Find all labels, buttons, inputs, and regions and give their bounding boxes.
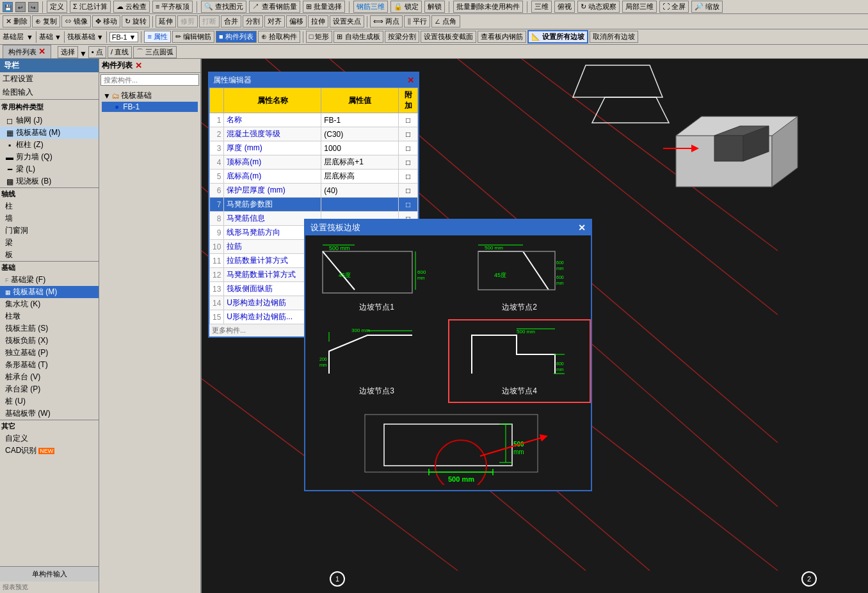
nav-beam[interactable]: ━梁 (L) xyxy=(0,163,99,175)
properties-close[interactable]: ✕ xyxy=(407,75,414,85)
btn-zoom[interactable]: 🔎 缩放 xyxy=(691,1,723,13)
nav-wall[interactable]: 墙 xyxy=(0,212,99,225)
tree-node-fb1[interactable]: ● FB-1 xyxy=(102,102,198,112)
btn-rotate[interactable]: ↻ 旋转 xyxy=(122,15,150,28)
toolbar-icon-undo[interactable]: ↩ xyxy=(15,2,26,12)
btn-calc[interactable]: Σ 汇总计算 xyxy=(70,1,111,13)
nav-pedestal[interactable]: 柱墩 xyxy=(0,310,99,322)
slope-grid: 500 mm 600 mm 45度 边坡节点1 xyxy=(305,235,591,403)
nav-col2[interactable]: 柱 xyxy=(0,200,99,212)
btn-move[interactable]: ✥ 移动 xyxy=(92,15,120,28)
toolbar-select-btn[interactable]: 选择 xyxy=(58,46,78,58)
3d-box-svg xyxy=(657,84,836,212)
tree-root[interactable]: ▼ 🗂 筏板基础 xyxy=(102,90,198,102)
nav-castslab[interactable]: ▩现浇板 (B) xyxy=(0,175,99,187)
nav-item-settings[interactable]: 工程设置 xyxy=(0,72,99,86)
slope-node-2[interactable]: 500 mm 600 mm 600 mm 45度 边坡节点2 xyxy=(448,235,591,319)
slope-node-1[interactable]: 500 mm 600 mm 45度 边坡节点1 xyxy=(305,235,448,319)
btn-rect[interactable]: □ 矩形 xyxy=(306,31,333,43)
nav-pit[interactable]: 集水坑 (K) xyxy=(0,298,99,310)
nav-slab-main-rebar[interactable]: 筏板主筋 (S) xyxy=(0,322,99,335)
btn-by-beam[interactable]: 按梁分割 xyxy=(385,31,419,43)
id-dropdown[interactable]: FB-1 ▼ xyxy=(109,32,139,42)
btn-define[interactable]: 定义 xyxy=(47,1,67,13)
btn-view-rebar[interactable]: ↗ 查看钢筋量 xyxy=(249,1,300,13)
nav-slab-neg-rebar[interactable]: 筏板负筋 (X) xyxy=(0,335,99,347)
btn-delete[interactable]: ✕ 删除 xyxy=(3,15,31,28)
btn-cancel-slope[interactable]: 取消所有边坡 xyxy=(590,31,638,43)
dialog-close-btn[interactable]: ✕ xyxy=(578,223,586,233)
btn-set-section[interactable]: 设置筏板变截面 xyxy=(421,31,476,43)
btn-offset[interactable]: 偏移 xyxy=(286,15,307,28)
btn-local-3d[interactable]: 局部三维 xyxy=(622,1,657,13)
nav-iso-found[interactable]: 独立基础 (P) xyxy=(0,347,99,359)
tab-draw[interactable]: 构件列表 ✕ xyxy=(3,45,51,58)
btn-lock[interactable]: 🔒 锁定 xyxy=(390,1,422,13)
nav-item-draw[interactable]: 绘图输入 xyxy=(0,86,99,99)
btn-parallel[interactable]: ∥ 平行 xyxy=(404,15,430,28)
btn-batch-del[interactable]: 批量删除未使用构件 xyxy=(453,1,523,13)
nav-slab[interactable]: 板 xyxy=(0,249,99,261)
svg-text:600: 600 xyxy=(556,275,564,280)
btn-property[interactable]: ≡ 属性 xyxy=(144,31,170,43)
prop-row-7[interactable]: 7 马凳筋参数图 □ xyxy=(210,198,418,212)
toolbar-line-btn[interactable]: / 直线 xyxy=(108,46,132,58)
nav-pile-cap[interactable]: 桩承台 (V) xyxy=(0,371,99,383)
nav-pile[interactable]: 桩 (U) xyxy=(0,395,99,407)
comp-search-input[interactable] xyxy=(100,74,199,86)
nav-custom[interactable]: 自定义 xyxy=(0,432,99,445)
btn-trim[interactable]: 修剪 xyxy=(177,15,198,28)
comp-list-close[interactable]: ✕ xyxy=(135,61,142,70)
btn-auto-gen[interactable]: ⊞ 自动生成板 xyxy=(334,31,383,43)
nav-slab-found[interactable]: ▦筏板基础 (M) xyxy=(0,127,99,139)
btn-view-board-rebar[interactable]: 查看板内钢筋 xyxy=(478,31,526,43)
toolbar-point-btn[interactable]: ▪ 点 xyxy=(88,46,106,58)
nav-axis[interactable]: ◻轴网 (J) xyxy=(0,115,99,127)
nav-found-beam[interactable]: F 基础梁 (F) xyxy=(0,274,99,286)
btn-set-grip[interactable]: 设置夹点 xyxy=(330,15,364,28)
nav-found-band[interactable]: 基础板带 (W) xyxy=(0,407,99,420)
btn-dynamic[interactable]: ↻ 动态观察 xyxy=(577,1,620,13)
svg-text:mm: mm xyxy=(556,367,564,372)
btn-mirror[interactable]: ⇔ 镜像 xyxy=(61,15,91,28)
btn-extend[interactable]: 延伸 xyxy=(156,15,176,28)
btn-split[interactable]: 分割 xyxy=(243,15,263,28)
btn-align[interactable]: 对齐 xyxy=(264,15,285,28)
nav-cad[interactable]: CAD识别 NEW xyxy=(0,445,99,457)
single-input[interactable]: 单构件输入 xyxy=(0,566,99,581)
btn-batch-select[interactable]: ⊞ 批量选择 xyxy=(303,1,345,13)
sep10 xyxy=(106,31,107,43)
btn-find[interactable]: 🔍 查找图元 xyxy=(201,1,246,13)
toolbar-icon-redo[interactable]: ↪ xyxy=(28,2,38,12)
toolbar-icon-save[interactable]: 💾 xyxy=(3,2,13,12)
btn-merge[interactable]: 合并 xyxy=(221,15,241,28)
nav-shear[interactable]: ▬剪力墙 (Q) xyxy=(0,151,99,163)
nav-strip-found[interactable]: 条形基础 (T) xyxy=(0,359,99,371)
nav-beam2[interactable]: 梁 xyxy=(0,237,99,249)
btn-pick-component[interactable]: ⊕ 拾取构件 xyxy=(258,31,300,43)
btn-two-point[interactable]: ⟺ 两点 xyxy=(370,15,403,28)
btn-fullscreen[interactable]: ⛶ 全屏 xyxy=(659,1,689,13)
btn-point-angle[interactable]: ∠ 点角 xyxy=(431,15,460,28)
btn-3d[interactable]: 三维 xyxy=(531,1,552,13)
btn-stretch[interactable]: 拉伸 xyxy=(308,15,328,28)
slope-node-3[interactable]: 300 mm 200 mm 边坡节点3 xyxy=(305,319,448,403)
btn-edit-rebar[interactable]: ✏ 编辑钢筋 xyxy=(172,31,214,43)
nav-slab-found2[interactable]: ▦ 筏板基础 (M) xyxy=(0,286,99,298)
btn-component-list[interactable]: ■ 构件列表 xyxy=(216,31,257,43)
separator1 xyxy=(42,1,43,13)
toolbar-arc-btn[interactable]: ⌒ 三点圆弧 xyxy=(133,46,177,58)
tab-close[interactable]: ✕ xyxy=(38,47,45,56)
nav-opening[interactable]: 门窗洞 xyxy=(0,225,99,237)
slope-node-4[interactable]: 500 mm 800 mm 边坡节点4 xyxy=(448,319,591,403)
btn-top-view[interactable]: 俯视 xyxy=(554,1,575,13)
btn-break[interactable]: 打断 xyxy=(199,15,220,28)
btn-unlock[interactable]: 解锁 xyxy=(424,1,445,13)
btn-rebar-3d[interactable]: 钢筋三维 xyxy=(353,1,388,13)
btn-copy[interactable]: ⊕ 复制 xyxy=(32,15,60,28)
btn-cloud-check[interactable]: ☁ 云检查 xyxy=(113,1,150,13)
btn-set-slope[interactable]: 📐 设置所有边坡 xyxy=(527,30,588,43)
nav-cap-beam[interactable]: 承台梁 (P) xyxy=(0,383,99,395)
nav-col[interactable]: ▪框柱 (Z) xyxy=(0,139,99,151)
btn-align-top[interactable]: ≡ 平齐板顶 xyxy=(152,1,193,13)
